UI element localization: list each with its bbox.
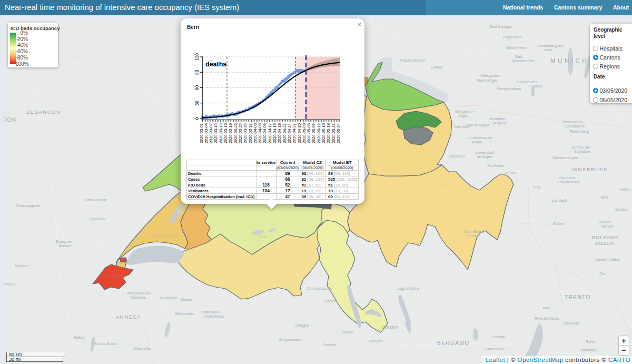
svg-text:120: 120	[194, 53, 200, 61]
svg-text:2020-03-19: 2020-03-19	[228, 123, 233, 143]
svg-text:2020-05-15: 2020-05-15	[321, 123, 326, 143]
svg-text:2020-04-15: 2020-04-15	[272, 123, 277, 143]
svg-text:2020-03-22: 2020-03-22	[233, 123, 238, 143]
svg-text:2020-03-28: 2020-03-28	[243, 123, 248, 143]
svg-text:2020-03-04: 2020-03-04	[204, 123, 209, 143]
svg-text:30: 30	[194, 101, 200, 106]
svg-text:2020-04-27: 2020-04-27	[292, 123, 297, 143]
svg-text:2020-04-30: 2020-04-30	[297, 123, 302, 143]
svg-text:90: 90	[194, 70, 200, 75]
svg-text:2020-03-31: 2020-03-31	[248, 123, 253, 143]
svg-text:60: 60	[194, 85, 200, 91]
svg-text:2020-05-24: 2020-05-24	[336, 123, 341, 143]
svg-text:2020-03-25: 2020-03-25	[238, 123, 243, 143]
svg-text:2020-04-18: 2020-04-18	[277, 123, 282, 143]
svg-text:2020-04-21: 2020-04-21	[282, 123, 287, 143]
svg-text:2020-04-03: 2020-04-03	[253, 123, 258, 143]
svg-text:2020-03-16: 2020-03-16	[223, 123, 228, 143]
svg-text:2020-05-03: 2020-05-03	[302, 123, 307, 143]
svg-text:deaths: deaths	[205, 61, 226, 68]
svg-text:2020-03-13: 2020-03-13	[219, 123, 223, 143]
svg-text:2020-04-24: 2020-04-24	[287, 123, 292, 143]
svg-text:2020-05-21: 2020-05-21	[331, 123, 336, 143]
svg-text:2020-05-09: 2020-05-09	[311, 123, 316, 143]
svg-text:2020-03-01: 2020-03-01	[199, 123, 204, 143]
svg-text:2020-03-10: 2020-03-10	[213, 123, 218, 143]
svg-text:0: 0	[194, 117, 200, 120]
svg-text:2020-04-09: 2020-04-09	[262, 123, 267, 143]
svg-text:2020-05-06: 2020-05-06	[307, 123, 311, 143]
svg-text:2020-05-12: 2020-05-12	[317, 123, 321, 143]
svg-text:2020-05-18: 2020-05-18	[326, 123, 331, 143]
svg-text:2020-04-12: 2020-04-12	[268, 123, 272, 143]
svg-text:2020-04-06: 2020-04-06	[258, 123, 262, 143]
svg-text:2020-03-07: 2020-03-07	[209, 123, 213, 143]
